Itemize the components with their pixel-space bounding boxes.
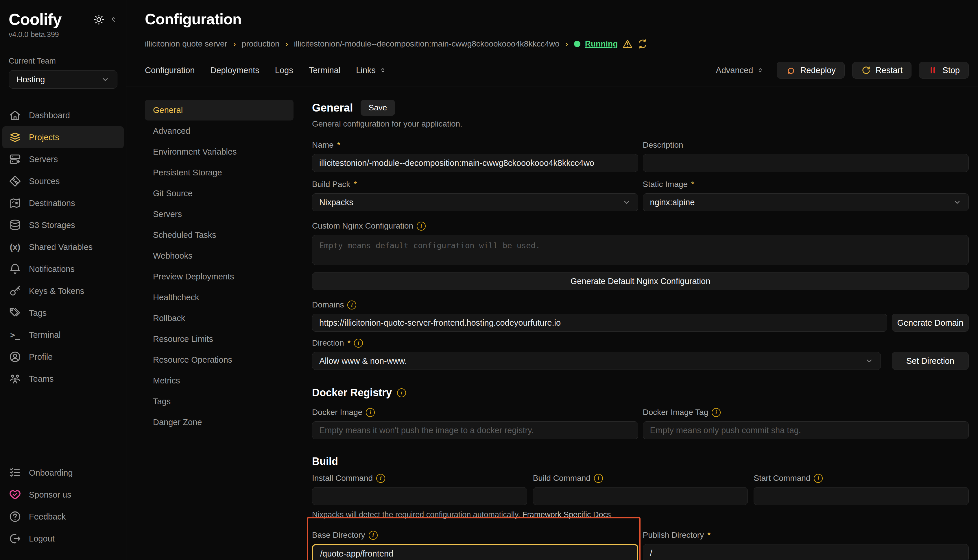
subnav-item-tags[interactable]: Tags — [145, 391, 294, 412]
generate-nginx-button[interactable]: Generate Default Nginx Configuration — [312, 272, 969, 290]
git-icon — [9, 175, 22, 188]
subnav-item-resource-operations[interactable]: Resource Operations — [145, 349, 294, 370]
stop-icon — [928, 65, 938, 75]
sidebar-item-keys-tokens[interactable]: Keys & Tokens — [2, 280, 124, 302]
info-icon[interactable]: i — [594, 474, 603, 483]
sidebar-nav: Dashboard Projects Servers Sources Desti… — [0, 104, 126, 390]
redeploy-button[interactable]: Redeploy — [777, 62, 845, 78]
tag-icon — [9, 307, 22, 319]
subnav-item-scheduled-tasks[interactable]: Scheduled Tasks — [145, 225, 294, 245]
subnav-item-rollback[interactable]: Rollback — [145, 308, 294, 328]
breadcrumb-environment[interactable]: production — [242, 39, 280, 48]
start-command-label: Start Command — [754, 473, 810, 483]
docker-image-input[interactable] — [312, 421, 638, 439]
info-icon[interactable]: i — [347, 300, 356, 310]
description-input[interactable] — [643, 154, 969, 172]
refresh-icon[interactable] — [637, 39, 648, 49]
sidebar-item-label: Feedback — [29, 512, 66, 522]
sidebar-item-destinations[interactable]: Destinations — [2, 192, 124, 214]
info-icon[interactable]: i — [397, 388, 406, 397]
breadcrumb-project[interactable]: illicitonion quote server — [145, 39, 227, 48]
sidebar-item-s3-storages[interactable]: S3 Storages — [2, 214, 124, 236]
info-icon[interactable]: i — [376, 474, 385, 483]
name-input[interactable] — [312, 154, 638, 172]
name-label: Name — [312, 140, 334, 150]
warning-icon[interactable] — [622, 39, 633, 49]
docker-image-tag-input[interactable] — [643, 421, 969, 439]
subnav-item-advanced[interactable]: Advanced — [145, 120, 294, 141]
sidebar-item-label: Projects — [29, 133, 59, 142]
sidebar-item-logout[interactable]: Logout — [2, 528, 124, 550]
base-directory-label: Base Directory — [312, 530, 365, 540]
save-button[interactable]: Save — [361, 100, 395, 116]
subnav-item-metrics[interactable]: Metrics — [145, 370, 294, 391]
framework-docs-link[interactable]: Framework Specific Docs — [522, 510, 611, 519]
sidebar-item-onboarding[interactable]: Onboarding — [2, 462, 124, 484]
build-command-input[interactable] — [533, 487, 748, 505]
subnav-item-git-source[interactable]: Git Source — [145, 183, 294, 204]
sidebar-item-teams[interactable]: Teams — [2, 368, 124, 390]
sidebar-item-shared-variables[interactable]: (x) Shared Variables — [2, 236, 124, 258]
breadcrumb: illicitonion quote server › production ›… — [145, 39, 969, 49]
sidebar-item-servers[interactable]: Servers — [2, 148, 124, 170]
subnav-item-webhooks[interactable]: Webhooks — [145, 245, 294, 266]
tab-logs[interactable]: Logs — [275, 66, 293, 75]
info-icon[interactable]: i — [366, 408, 375, 417]
tab-configuration[interactable]: Configuration — [145, 66, 195, 75]
subnav-item-persistent-storage[interactable]: Persistent Storage — [145, 162, 294, 183]
tab-terminal[interactable]: Terminal — [309, 66, 341, 75]
stop-button[interactable]: Stop — [919, 62, 969, 78]
sidebar-item-sponsor-us[interactable]: Sponsor us — [2, 484, 124, 506]
subnav-item-preview-deployments[interactable]: Preview Deployments — [145, 266, 294, 287]
team-select[interactable]: Hosting — [9, 70, 117, 89]
sidebar-item-tags[interactable]: Tags — [2, 302, 124, 324]
sidebar-item-label: Profile — [29, 352, 53, 362]
sidebar-item-terminal[interactable]: >_ Terminal — [2, 324, 124, 346]
generate-domain-button[interactable]: Generate Domain — [892, 314, 969, 332]
direction-select[interactable]: Allow www & non-www. — [312, 352, 881, 370]
publish-directory-input[interactable] — [643, 544, 969, 560]
subnav-item-environment-variables[interactable]: Environment Variables — [145, 141, 294, 162]
start-command-input[interactable] — [754, 487, 969, 505]
subnav-item-general[interactable]: General — [145, 100, 294, 120]
sidebar-item-dashboard[interactable]: Dashboard — [2, 104, 124, 126]
info-icon[interactable]: i — [417, 222, 426, 231]
custom-nginx-textarea[interactable] — [312, 235, 969, 265]
theme-chevron-up-down-icon[interactable] — [109, 16, 117, 24]
restart-button[interactable]: Restart — [852, 62, 911, 78]
advanced-dropdown[interactable]: Advanced — [716, 66, 764, 75]
sidebar-item-notifications[interactable]: Notifications — [2, 258, 124, 280]
home-icon — [9, 109, 22, 122]
advanced-label: Advanced — [716, 66, 753, 75]
tab-deployments[interactable]: Deployments — [211, 66, 259, 75]
key-icon — [9, 285, 22, 297]
theme-sun-icon[interactable] — [93, 14, 105, 25]
static-image-select[interactable]: nginx:alpine — [643, 193, 969, 211]
subnav-item-healthcheck[interactable]: Healthcheck — [145, 287, 294, 308]
restart-label: Restart — [876, 66, 903, 75]
set-direction-button[interactable]: Set Direction — [892, 352, 969, 370]
description-label: Description — [643, 140, 683, 150]
subnav-item-danger-zone[interactable]: Danger Zone — [145, 412, 294, 433]
tab-links[interactable]: Links — [356, 66, 387, 75]
sidebar-item-sources[interactable]: Sources — [2, 170, 124, 192]
base-directory-field: Base Directoryi — [312, 530, 638, 560]
sidebar-item-feedback[interactable]: Feedback — [2, 506, 124, 528]
domains-input[interactable] — [312, 314, 887, 332]
breadcrumb-application[interactable]: illicitestonion/-module--decomposition:m… — [294, 39, 560, 48]
info-icon[interactable]: i — [712, 408, 721, 417]
sidebar-item-profile[interactable]: Profile — [2, 346, 124, 368]
build-pack-select[interactable]: Nixpacks — [312, 193, 638, 211]
status-running-link[interactable]: Running — [585, 39, 618, 48]
base-directory-input[interactable] — [312, 544, 638, 560]
info-icon[interactable]: i — [369, 531, 378, 540]
bell-icon — [9, 263, 22, 275]
sidebar-item-projects[interactable]: Projects — [2, 126, 124, 148]
install-command-input[interactable] — [312, 487, 527, 505]
subnav-item-resource-limits[interactable]: Resource Limits — [145, 328, 294, 349]
chevron-down-icon — [865, 357, 874, 365]
info-icon[interactable]: i — [354, 339, 363, 348]
info-icon[interactable]: i — [814, 474, 823, 483]
sidebar-item-label: S3 Storages — [29, 220, 75, 230]
subnav-item-servers[interactable]: Servers — [145, 204, 294, 225]
